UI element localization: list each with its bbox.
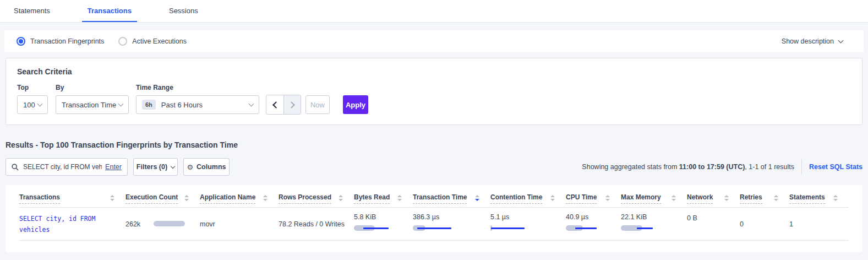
chevron-left-icon: [272, 101, 280, 109]
radio-active-executions[interactable]: Active Executions: [118, 37, 187, 46]
column-header-execution-count[interactable]: Execution Count: [125, 193, 200, 204]
sort-icon: [672, 193, 676, 201]
filters-button-label: Filters (0): [137, 163, 167, 171]
filters-button[interactable]: Filters (0): [133, 158, 178, 176]
sort-icon: [263, 193, 268, 201]
show-description-label: Show description: [782, 37, 834, 45]
now-button[interactable]: Now: [305, 95, 330, 114]
sort-icon: [550, 193, 555, 201]
reset-sql-stats-link[interactable]: Reset SQL Stats: [809, 163, 862, 171]
by-label: By: [56, 84, 136, 91]
tab-transactions[interactable]: Transactions: [82, 0, 137, 22]
sort-icon: [339, 193, 343, 201]
apply-button[interactable]: Apply: [343, 95, 368, 114]
chevron-down-icon: [37, 101, 43, 107]
chevron-down-icon: [171, 164, 175, 168]
top-field: Top 100: [17, 84, 56, 115]
sort-icon: [397, 193, 402, 201]
top-select-value: 100: [23, 101, 35, 109]
column-header-statements[interactable]: Statements: [789, 193, 849, 204]
time-range-select[interactable]: 6h Past 6 Hours: [136, 95, 259, 114]
sort-icon: [110, 193, 114, 201]
sort-icon: [184, 193, 189, 201]
cell-retries: 0: [740, 208, 789, 240]
table-row: SELECT city, id FROM vehicles 262k movr …: [19, 208, 849, 241]
by-field: By Transaction Time: [56, 84, 136, 115]
sort-icon: [774, 193, 778, 201]
sort-icon: [605, 193, 610, 201]
column-header-transaction-time[interactable]: Transaction Time: [413, 193, 490, 204]
time-range-field: Time Range 6h Past 6 Hours Now Apply: [136, 84, 368, 115]
sort-icon: [724, 193, 729, 201]
cell-contention-time: 5.1 µs: [490, 208, 566, 240]
tab-statements[interactable]: Statements: [8, 0, 56, 22]
radio-transaction-fingerprints[interactable]: Transaction Fingerprints: [17, 37, 104, 46]
stats-summary: Showing aggregated stats from 11:00 to 1…: [582, 159, 862, 175]
column-header-rows-processed[interactable]: Rows Processed: [279, 193, 354, 204]
bytes-read-bar: [354, 225, 403, 231]
transaction-time-bar: [413, 225, 462, 231]
columns-button-label: Columns: [196, 163, 226, 171]
chevron-down-icon: [838, 38, 844, 44]
column-header-bytes-read[interactable]: Bytes Read: [354, 193, 413, 204]
chevron-down-icon: [118, 101, 124, 107]
search-box: Enter: [6, 158, 128, 176]
time-range-arrows: [266, 95, 301, 115]
cell-statements: 1: [789, 208, 849, 240]
chevron-down-icon: [249, 101, 254, 107]
top-label: Top: [17, 84, 56, 91]
radio-label: Active Executions: [132, 37, 187, 45]
column-header-network[interactable]: Network: [687, 193, 740, 204]
radio-selected-icon: [17, 37, 25, 46]
chevron-right-icon: [288, 101, 295, 109]
sort-icon: [833, 193, 838, 201]
time-range-prev-button[interactable]: [266, 95, 283, 114]
column-header-transactions[interactable]: Transactions: [19, 193, 125, 204]
search-criteria-card: Search Criteria Top 100 By Transaction T…: [6, 58, 862, 125]
results-controls: Enter Filters (0) ⚙ Columns Showing aggr…: [6, 158, 862, 176]
radio-unselected-icon: [118, 37, 127, 46]
show-description-toggle[interactable]: Show description: [782, 37, 843, 45]
execution-count-bar: [140, 220, 185, 228]
vertical-divider: [801, 159, 802, 175]
stats-summary-prefix: Showing aggregated stats from: [582, 163, 679, 171]
results-heading: Results - Top 100 Transaction Fingerprin…: [6, 140, 862, 149]
table-header-row: Transactions Execution Count Application…: [19, 193, 849, 204]
stats-summary-range: 11:00 to 17:59 (UTC): [679, 163, 745, 171]
search-submit[interactable]: Enter: [105, 163, 122, 171]
column-header-max-memory[interactable]: Max Memory: [621, 193, 687, 204]
transactions-table-card: Transactions Execution Count Application…: [6, 185, 862, 252]
column-header-application-name[interactable]: Application Name: [200, 193, 279, 204]
sort-desc-icon: [475, 193, 479, 201]
cell-bytes-read: 5.8 KiB: [354, 208, 413, 240]
search-icon: [12, 164, 19, 171]
transaction-fingerprint-link[interactable]: SELECT city, id FROM vehicles: [19, 208, 125, 240]
tab-sessions[interactable]: Sessions: [163, 0, 204, 22]
columns-button[interactable]: ⚙ Columns: [183, 158, 230, 176]
gear-icon: ⚙: [187, 163, 193, 171]
time-range-next-button[interactable]: [283, 95, 301, 114]
search-criteria-title: Search Criteria: [17, 67, 851, 76]
by-select-value: Transaction Time: [62, 101, 116, 109]
cell-execution-count: 262k: [125, 208, 200, 240]
cell-network: 0 B: [687, 208, 740, 240]
page-tabbar: Statements Transactions Sessions: [0, 0, 868, 23]
max-memory-bar: [621, 225, 670, 231]
stats-summary-suffix: , 1-1 of 1 results: [745, 163, 794, 171]
view-toggle-strip: Transaction Fingerprints Active Executio…: [4, 30, 864, 52]
cell-cpu-time: 40.9 µs: [566, 208, 621, 240]
column-header-contention-time[interactable]: Contention Time: [490, 193, 566, 204]
now-button-label: Now: [310, 101, 325, 109]
search-input[interactable]: [23, 163, 102, 171]
cell-application-name: movr: [200, 208, 279, 240]
radio-label: Transaction Fingerprints: [30, 37, 104, 45]
top-select[interactable]: 100: [17, 95, 48, 114]
column-header-retries[interactable]: Retries: [740, 193, 789, 204]
cell-transaction-time: 386.3 µs: [413, 208, 490, 240]
time-range-value: Past 6 Hours: [161, 101, 203, 109]
column-header-cpu-time[interactable]: CPU Time: [566, 193, 621, 204]
time-range-label: Time Range: [136, 84, 368, 91]
cell-max-memory: 22.1 KiB: [621, 208, 687, 240]
time-range-badge: 6h: [142, 100, 156, 110]
by-select[interactable]: Transaction Time: [56, 95, 129, 114]
